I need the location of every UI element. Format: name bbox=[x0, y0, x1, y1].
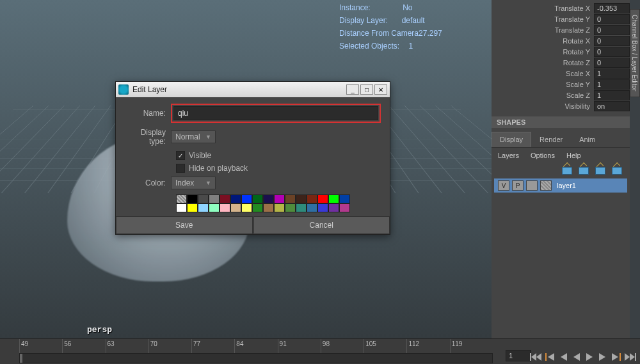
time-tick: 70 bbox=[148, 339, 191, 353]
channel-label: Scale Y bbox=[492, 81, 594, 88]
channel-value[interactable]: 0 bbox=[594, 14, 630, 24]
viewport-3d[interactable]: Instance: No Display Layer: default Dist… bbox=[0, 0, 492, 338]
display-type-dropdown[interactable]: Normal▼ bbox=[171, 131, 216, 143]
color-swatch[interactable] bbox=[274, 194, 285, 203]
svg-marker-2 bbox=[536, 353, 541, 361]
menu-options[interactable]: Options bbox=[531, 152, 555, 159]
color-swatch[interactable] bbox=[241, 203, 252, 212]
color-swatch[interactable] bbox=[176, 194, 187, 203]
minimize-button[interactable]: _ bbox=[346, 84, 359, 95]
layer-icon-4[interactable] bbox=[612, 166, 623, 175]
color-swatch[interactable] bbox=[285, 194, 296, 203]
color-swatch[interactable] bbox=[198, 203, 209, 212]
channel-label: Translate Z bbox=[492, 26, 594, 34]
color-swatch[interactable] bbox=[296, 194, 307, 203]
color-swatch[interactable] bbox=[209, 203, 220, 212]
color-swatch[interactable] bbox=[317, 194, 328, 203]
step-back-key-button[interactable] bbox=[545, 352, 556, 361]
color-swatch[interactable] bbox=[317, 203, 328, 212]
close-button[interactable]: ✕ bbox=[374, 84, 387, 95]
time-track[interactable] bbox=[19, 353, 493, 363]
channel-value[interactable]: 1 bbox=[594, 79, 630, 90]
play-forward-button[interactable] bbox=[585, 352, 594, 361]
color-swatch[interactable] bbox=[252, 203, 263, 212]
save-button[interactable]: Save bbox=[116, 216, 253, 234]
channel-label: Scale Z bbox=[492, 91, 594, 99]
menu-layers[interactable]: Layers bbox=[498, 152, 519, 159]
channel-label: Translate X bbox=[492, 4, 594, 12]
color-swatch[interactable] bbox=[263, 203, 274, 212]
visible-label: Visible bbox=[189, 151, 211, 160]
channel-box-side-tab[interactable]: Channel Box / Layer Editor bbox=[630, 9, 640, 97]
tab-render[interactable]: Render bbox=[531, 132, 571, 147]
hud-display-layer: Display Layer: default bbox=[339, 14, 425, 28]
shapes-header[interactable]: SHAPES bbox=[492, 116, 630, 128]
step-forward-button[interactable] bbox=[598, 352, 607, 361]
color-swatch[interactable] bbox=[263, 194, 274, 203]
hide-playback-checkbox[interactable] bbox=[176, 164, 185, 173]
svg-rect-10 bbox=[620, 353, 621, 361]
layer-visibility-toggle[interactable]: V bbox=[498, 180, 509, 191]
time-tick: 112 bbox=[406, 339, 449, 353]
tab-anim[interactable]: Anim bbox=[571, 132, 604, 147]
layer-playback-toggle[interactable]: P bbox=[512, 180, 524, 191]
color-swatch[interactable] bbox=[296, 203, 307, 212]
color-swatch[interactable] bbox=[328, 203, 339, 212]
channel-value[interactable]: 0 bbox=[594, 25, 630, 35]
color-swatch[interactable] bbox=[220, 194, 230, 203]
color-swatch[interactable] bbox=[241, 194, 252, 203]
play-back-button[interactable] bbox=[572, 352, 581, 361]
channel-value[interactable]: 0 bbox=[594, 36, 630, 46]
current-frame-field[interactable] bbox=[506, 350, 531, 361]
color-swatch[interactable] bbox=[187, 194, 198, 203]
layer-template-toggle[interactable] bbox=[526, 180, 538, 191]
color-swatch[interactable] bbox=[328, 194, 339, 203]
name-input[interactable] bbox=[173, 106, 378, 120]
channel-value[interactable]: 1 bbox=[594, 90, 630, 100]
svg-marker-7 bbox=[586, 353, 593, 361]
channel-row: Rotate Z0 bbox=[492, 57, 630, 68]
maximize-button[interactable]: □ bbox=[360, 84, 373, 95]
layer-icon-2[interactable] bbox=[579, 166, 590, 175]
channel-value[interactable]: 0 bbox=[594, 58, 630, 68]
time-tick: 105 bbox=[364, 339, 406, 353]
layer-row-selected[interactable]: V P layer1 bbox=[494, 178, 627, 193]
dialog-app-icon bbox=[118, 84, 129, 95]
time-ruler[interactable]: 4956637077849198105112119 bbox=[19, 339, 493, 353]
tab-display[interactable]: Display bbox=[492, 132, 531, 147]
time-tick: 119 bbox=[450, 339, 493, 353]
color-swatch[interactable] bbox=[209, 194, 220, 203]
cancel-button[interactable]: Cancel bbox=[253, 216, 390, 234]
color-swatch[interactable] bbox=[252, 194, 263, 203]
color-swatch[interactable] bbox=[220, 203, 230, 212]
dialog-titlebar[interactable]: Edit Layer _ □ ✕ bbox=[116, 82, 390, 97]
visible-checkbox[interactable]: ✓ bbox=[176, 151, 185, 160]
layer-icon-3[interactable] bbox=[595, 166, 607, 175]
color-mode-dropdown[interactable]: Index▼ bbox=[171, 177, 216, 189]
layer-color-swatch[interactable] bbox=[540, 180, 552, 191]
channel-value[interactable]: on bbox=[594, 101, 630, 111]
svg-marker-1 bbox=[531, 353, 536, 361]
channel-value[interactable]: 1 bbox=[594, 68, 630, 79]
color-swatch[interactable] bbox=[187, 203, 198, 212]
channel-value[interactable]: 0 bbox=[594, 47, 630, 57]
layer-icon-1[interactable] bbox=[562, 166, 573, 175]
channel-value[interactable]: -0.353 bbox=[594, 3, 630, 13]
step-back-button[interactable] bbox=[559, 352, 568, 361]
color-swatch[interactable] bbox=[274, 203, 285, 212]
color-swatch[interactable] bbox=[230, 203, 241, 212]
color-swatch[interactable] bbox=[230, 194, 241, 203]
go-to-start-button[interactable] bbox=[530, 352, 541, 361]
right-panel: Translate X-0.353Translate Y0Translate Z… bbox=[492, 0, 630, 364]
color-swatch[interactable] bbox=[339, 194, 350, 203]
color-swatch[interactable] bbox=[285, 203, 296, 212]
time-tick: 49 bbox=[19, 339, 62, 353]
menu-help[interactable]: Help bbox=[566, 152, 581, 159]
step-forward-key-button[interactable] bbox=[611, 352, 621, 361]
go-to-end-button[interactable] bbox=[625, 352, 636, 361]
color-swatch[interactable] bbox=[307, 203, 317, 212]
color-swatch[interactable] bbox=[307, 194, 317, 203]
color-swatch[interactable] bbox=[198, 194, 209, 203]
color-swatch[interactable] bbox=[339, 203, 350, 212]
color-swatch[interactable] bbox=[176, 203, 187, 212]
